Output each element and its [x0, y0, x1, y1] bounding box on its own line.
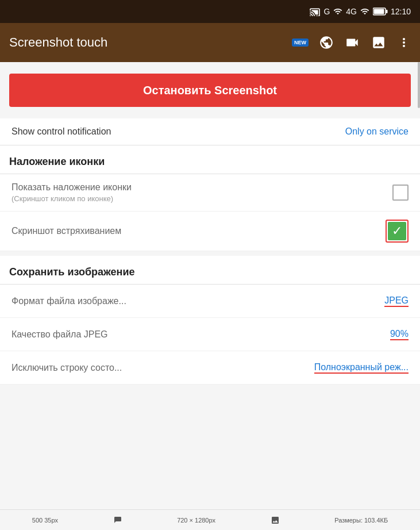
notification-value: Only on service [345, 126, 409, 137]
bottom-stat-3: Размеры: 103.4КБ [334, 517, 388, 524]
shake-screenshot-left: Скриншот встряхиванием [11, 226, 386, 236]
bottom-icon-2 [271, 516, 280, 525]
more-vert-icon [397, 35, 411, 50]
file-format-left: Формат файла изображе... [11, 296, 384, 306]
save-section-title: Сохранить изображение [9, 266, 135, 278]
overlay-section-title: Наложение иконки [9, 156, 105, 167]
app-title: Screenshot touch [9, 35, 282, 50]
time-label: 12:10 [391, 7, 411, 16]
file-format-setting-row[interactable]: Формат файла изображе... JPEG [0, 285, 420, 318]
network-4g-label: 4G [346, 7, 357, 16]
exclude-status-value[interactable]: Полноэкранный реж... [314, 362, 409, 374]
globe-icon [319, 35, 334, 50]
svg-rect-2 [373, 9, 384, 14]
network-g-label: G [323, 7, 330, 16]
stop-button-container: Остановить Screenshot [0, 62, 420, 118]
exclude-status-label: Исключить строку состо... [11, 363, 314, 373]
exclude-status-setting-row[interactable]: Исключить строку состо... Полноэкранный … [0, 351, 420, 385]
image-icon-button[interactable] [371, 35, 387, 50]
notification-row[interactable]: Show control notification Only on servic… [0, 118, 420, 145]
jpeg-quality-value[interactable]: 90% [390, 329, 409, 340]
status-bar: G 4G 12:10 [0, 0, 420, 23]
scroll-indicator [418, 62, 420, 108]
status-icons: G 4G 12:10 [309, 7, 411, 16]
battery-icon [373, 7, 388, 16]
more-vert-icon-button[interactable] [397, 35, 411, 50]
file-format-value[interactable]: JPEG [384, 295, 409, 307]
signal-bars-icon [360, 7, 370, 16]
show-overlay-label: Показать наложение иконки [11, 182, 392, 193]
bottom-icon-1 [113, 516, 122, 525]
svg-rect-1 [386, 10, 387, 13]
cast-icon [309, 7, 321, 16]
jpeg-quality-setting-row[interactable]: Качество файла JPEG 90% [0, 318, 420, 351]
globe-icon-button[interactable] [319, 35, 334, 50]
image-icon [371, 35, 387, 50]
shake-screenshot-setting-row[interactable]: Скриншот встряхиванием ✓ [0, 212, 420, 251]
show-overlay-checkbox[interactable] [392, 185, 409, 201]
video-camera-icon-button[interactable] [344, 35, 360, 50]
signal-4g-icon [333, 7, 343, 16]
shake-screenshot-checkbox[interactable]: ✓ [388, 222, 406, 240]
bottom-stat-1: 500 35рх [32, 517, 58, 524]
notification-label: Show control notification [11, 126, 111, 137]
shake-screenshot-label: Скриншот встряхиванием [11, 226, 386, 236]
exclude-status-left: Исключить строку состо... [11, 363, 314, 373]
save-section-header: Сохранить изображение [0, 251, 420, 285]
show-overlay-left: Показать наложение иконки (Скриншот клик… [11, 182, 392, 203]
show-overlay-setting-row[interactable]: Показать наложение иконки (Скриншот клик… [0, 174, 420, 212]
bottom-status-bar: 500 35рх 720 × 1280рх Размеры: 103.4КБ [0, 509, 420, 530]
stop-screenshot-button[interactable]: Остановить Screenshot [9, 74, 411, 107]
bottom-stat-2: 720 × 1280рх [177, 517, 215, 524]
jpeg-quality-label: Качество файла JPEG [11, 329, 390, 340]
show-overlay-sublabel: (Скриншот кликом по иконке) [11, 194, 392, 203]
toolbar: Screenshot touch NEW [0, 23, 420, 62]
stop-button-label: Остановить Screenshot [143, 84, 277, 97]
overlay-section-header: Наложение иконки [0, 145, 420, 174]
new-badge-button[interactable]: NEW [292, 39, 309, 47]
jpeg-quality-left: Качество файла JPEG [11, 329, 390, 340]
video-camera-icon [344, 35, 360, 50]
file-format-label: Формат файла изображе... [11, 296, 384, 306]
new-badge-label: NEW [292, 39, 309, 47]
checkmark-icon: ✓ [392, 225, 402, 237]
shake-checkbox-container: ✓ [386, 220, 409, 243]
